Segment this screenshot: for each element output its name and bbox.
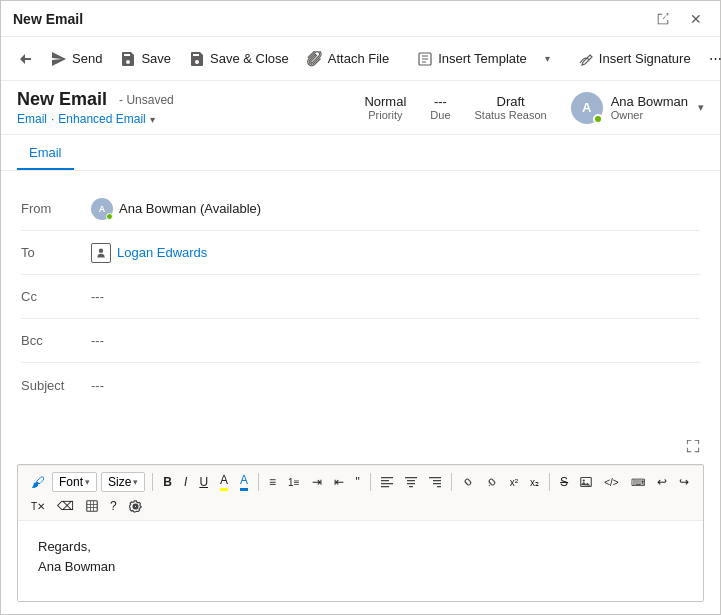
numbered-list-button[interactable]: 1≡ xyxy=(283,474,304,491)
subject-row: Subject --- xyxy=(21,363,700,407)
eraser-icon: ⌫ xyxy=(57,499,74,513)
to-label: To xyxy=(21,245,91,260)
insert-link-button[interactable] xyxy=(457,473,479,491)
close-button[interactable]: ✕ xyxy=(684,9,708,29)
unsaved-indicator: - Unsaved xyxy=(119,93,174,107)
font-dropdown-icon: ▾ xyxy=(85,477,90,487)
unlink-button[interactable] xyxy=(481,473,503,491)
italic-button[interactable]: I xyxy=(179,472,192,492)
insert-signature-button[interactable]: Insert Signature xyxy=(570,46,699,72)
table-button[interactable] xyxy=(81,497,103,515)
to-contact-link[interactable]: Logan Edwards xyxy=(117,245,207,260)
blockquote-button[interactable]: " xyxy=(351,472,365,492)
owner-field: A Ana Bowman Owner ▾ xyxy=(571,92,704,124)
link-icon xyxy=(462,476,474,488)
send-button[interactable]: Send xyxy=(43,46,110,72)
save-close-button[interactable]: Save & Close xyxy=(181,46,297,72)
chevron-down-icon: ▾ xyxy=(545,53,550,64)
svg-point-2 xyxy=(583,479,585,481)
owner-dropdown-icon[interactable]: ▾ xyxy=(698,101,704,114)
rte-toolbar: 🖌 Font ▾ Size ▾ B I U xyxy=(18,465,703,521)
popout-button[interactable] xyxy=(650,10,676,28)
superscript-button[interactable]: x² xyxy=(505,474,523,491)
paint-icon: 🖌 xyxy=(31,474,45,490)
unlink-icon xyxy=(486,476,498,488)
undo-button[interactable]: ↩ xyxy=(652,472,672,492)
breadcrumb-root[interactable]: Email xyxy=(17,112,47,126)
code-view-button[interactable]: ⌨ xyxy=(626,474,650,491)
avatar-status-indicator xyxy=(593,114,603,124)
subject-value[interactable]: --- xyxy=(91,378,700,393)
svg-rect-3 xyxy=(87,501,98,512)
indent-button[interactable]: ⇥ xyxy=(307,472,327,492)
info-bar-left: New Email - Unsaved Email · Enhanced Ema… xyxy=(17,89,174,126)
clear-format-button[interactable]: T✕ xyxy=(26,498,50,515)
back-button[interactable] xyxy=(9,46,41,72)
from-avatar-status xyxy=(106,213,113,220)
owner-info: Ana Bowman Owner xyxy=(611,94,688,121)
underline-button[interactable]: U xyxy=(194,472,213,492)
bcc-row: Bcc --- xyxy=(21,319,700,363)
expand-button[interactable] xyxy=(682,435,704,460)
help-button[interactable]: ? xyxy=(105,496,122,516)
priority-label: Priority xyxy=(368,109,402,121)
email-body-editor[interactable]: Regards, Ana Bowman xyxy=(18,521,703,601)
bullet-list-icon: ≡ xyxy=(269,475,276,489)
outdent-icon: ⇤ xyxy=(334,475,344,489)
from-name: Ana Bowman (Available) xyxy=(119,201,261,216)
settings-button[interactable] xyxy=(124,497,147,516)
align-right-icon xyxy=(429,476,441,488)
expand-area xyxy=(1,431,720,464)
main-toolbar: Send Save Save & Close Attach File Inser… xyxy=(1,37,720,81)
align-right-button[interactable] xyxy=(424,473,446,491)
strikethrough-button[interactable]: S xyxy=(555,472,573,492)
cc-value[interactable]: --- xyxy=(91,289,700,304)
to-value: Logan Edwards xyxy=(91,243,700,263)
insert-template-button[interactable]: Insert Template xyxy=(409,46,535,72)
breadcrumb-separator: · xyxy=(51,112,54,126)
outdent-button[interactable]: ⇤ xyxy=(329,472,349,492)
help-icon: ? xyxy=(110,499,117,513)
bullet-list-button[interactable]: ≡ xyxy=(264,472,281,492)
highlight-button[interactable]: A xyxy=(215,470,233,494)
font-eraser-button[interactable]: ⌫ xyxy=(52,496,79,516)
title-controls: ✕ xyxy=(650,9,708,29)
subscript-button[interactable]: x₂ xyxy=(525,474,544,491)
status-label: Status Reason xyxy=(475,109,547,121)
avatar-initials: A xyxy=(582,100,591,115)
from-label: From xyxy=(21,201,91,216)
avatar: A xyxy=(571,92,603,124)
align-center-button[interactable] xyxy=(400,473,422,491)
settings-icon xyxy=(129,500,142,513)
email-signature: Regards, Ana Bowman xyxy=(38,537,683,576)
redo-icon: ↪ xyxy=(679,475,689,489)
align-left-button[interactable] xyxy=(376,473,398,491)
save-button[interactable]: Save xyxy=(112,46,179,72)
size-selector[interactable]: Size ▾ xyxy=(101,472,145,492)
tab-email[interactable]: Email xyxy=(17,137,74,170)
attach-file-button[interactable]: Attach File xyxy=(299,46,397,72)
bcc-value[interactable]: --- xyxy=(91,333,700,348)
due-field: --- Due xyxy=(430,94,450,121)
info-title-row: New Email - Unsaved xyxy=(17,89,174,110)
more-options-button[interactable]: ⋯ xyxy=(703,46,721,71)
template-dropdown-button[interactable]: ▾ xyxy=(537,48,558,69)
from-avatar-initials: A xyxy=(99,204,106,214)
record-title: New Email xyxy=(17,89,107,110)
owner-label: Owner xyxy=(611,109,688,121)
font-selector[interactable]: Font ▾ xyxy=(52,472,97,492)
rte-divider-2 xyxy=(258,473,259,491)
insert-image-button[interactable] xyxy=(575,473,597,491)
form-fields: From A Ana Bowman (Available) To xyxy=(1,171,720,431)
font-color-button[interactable]: A xyxy=(235,470,253,494)
breadcrumb-dropdown-icon[interactable]: ▾ xyxy=(150,114,155,125)
align-left-icon xyxy=(381,476,393,488)
rte-divider-1 xyxy=(152,473,153,491)
paint-format-button[interactable]: 🖌 xyxy=(26,471,50,493)
source-view-button[interactable]: </> xyxy=(599,474,623,491)
redo-button[interactable]: ↪ xyxy=(674,472,694,492)
breadcrumb-current[interactable]: Enhanced Email xyxy=(58,112,145,126)
from-row: From A Ana Bowman (Available) xyxy=(21,187,700,231)
bold-button[interactable]: B xyxy=(158,472,177,492)
due-label: Due xyxy=(430,109,450,121)
